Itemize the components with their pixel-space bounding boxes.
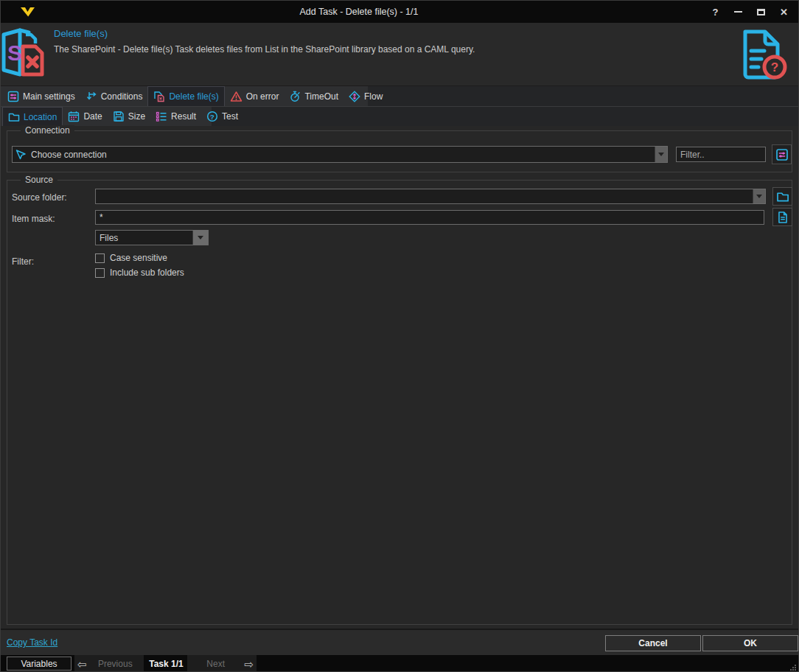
- titlebar-buttons: ? ✕: [704, 1, 795, 23]
- connection-combobox[interactable]: Choose connection: [12, 146, 668, 163]
- tab-content-panel: Connection Choose connection Source Sour…: [1, 127, 798, 629]
- svg-text:S: S: [7, 41, 22, 65]
- tab-conditions[interactable]: Conditions: [80, 86, 148, 106]
- next-label: Next: [187, 659, 244, 669]
- file-icon: [776, 211, 789, 224]
- cancel-button[interactable]: Cancel: [605, 635, 701, 651]
- tab-label: Size: [128, 111, 145, 122]
- folder-icon: [8, 111, 20, 123]
- dialog-footer: Copy Task Id Cancel OK: [1, 629, 798, 655]
- tab-label: Result: [171, 111, 196, 122]
- item-type-selected-value: Files: [96, 233, 192, 243]
- chevron-down-icon: [756, 195, 762, 201]
- error-triangle-icon: [230, 91, 243, 102]
- tab-location[interactable]: Location: [2, 107, 63, 126]
- connection-manage-button[interactable]: [772, 144, 792, 164]
- folder-icon: [776, 190, 789, 203]
- ok-button[interactable]: OK: [702, 635, 798, 651]
- arrow-right-icon: ⇨: [244, 659, 254, 670]
- help-button[interactable]: ?: [704, 1, 727, 23]
- chevron-down-icon: [658, 153, 664, 159]
- tab-label: Location: [24, 112, 57, 122]
- tab-test[interactable]: ? Test: [201, 107, 243, 126]
- minimize-button[interactable]: [727, 1, 750, 23]
- mask-file-button[interactable]: [772, 208, 792, 226]
- source-groupbox: Source Source folder: Item mask:: [7, 180, 792, 625]
- tab-label: TimeOut: [304, 91, 338, 102]
- window-title: Add Task - Delete file(s) - 1/1: [1, 1, 717, 23]
- tab-label: Date: [83, 111, 102, 122]
- connection-dropdown-button[interactable]: [655, 147, 667, 162]
- maximize-button[interactable]: [750, 1, 772, 23]
- task-help-doc-icon: ?: [739, 27, 788, 82]
- tab-size[interactable]: Size: [108, 107, 150, 126]
- primary-tabrow: Main settings Conditions Delete file(s): [1, 86, 798, 106]
- tab-timeout[interactable]: TimeOut: [284, 86, 343, 106]
- tab-label: Delete file(s): [169, 91, 218, 102]
- primary-tabstrip: Main settings Conditions Delete file(s): [1, 86, 368, 106]
- secondary-tabrow: Location Date Size: [1, 106, 798, 126]
- svg-text:?: ?: [771, 60, 778, 74]
- settings-sliders-icon: [7, 91, 19, 102]
- connection-selected-value: Choose connection: [27, 150, 655, 160]
- source-folder-combobox[interactable]: [95, 189, 766, 204]
- connection-group-label: Connection: [21, 125, 74, 136]
- tab-label: Main settings: [23, 91, 75, 102]
- statusbar: Variables ⇦ Previous Task 1/1 Next ⇨: [1, 655, 798, 672]
- source-group-label: Source: [21, 175, 57, 185]
- calendar-icon: [68, 111, 80, 122]
- previous-nav[interactable]: ⇦ Previous: [74, 655, 144, 672]
- previous-label: Previous: [87, 659, 144, 669]
- source-folder-dropdown-button[interactable]: [753, 189, 765, 203]
- list-icon: [156, 111, 167, 122]
- tab-on-error[interactable]: On error: [225, 86, 285, 106]
- tab-date[interactable]: Date: [63, 107, 107, 126]
- chevron-down-icon: [198, 236, 203, 242]
- tab-main-settings[interactable]: Main settings: [2, 86, 80, 106]
- connection-pointer-icon: [15, 148, 27, 161]
- flow-diamond-icon: [349, 91, 360, 102]
- add-task-dialog: Add Task - Delete file(s) - 1/1 ? ✕ S De…: [0, 0, 799, 672]
- variables-button[interactable]: Variables: [7, 657, 71, 671]
- item-type-dropdown-button[interactable]: [192, 231, 208, 245]
- item-mask-input[interactable]: [95, 210, 764, 225]
- connection-settings-icon: [775, 148, 789, 161]
- tab-label: Flow: [364, 91, 383, 102]
- tab-label: On error: [246, 91, 279, 102]
- minimize-icon: [734, 11, 742, 13]
- maximize-icon: [757, 9, 765, 15]
- item-type-combobox[interactable]: Files: [95, 230, 209, 245]
- sharepoint-delete-task-icon: S: [1, 27, 51, 83]
- tab-label: Conditions: [101, 91, 143, 102]
- tab-flow[interactable]: Flow: [343, 86, 388, 106]
- floppy-icon: [113, 111, 125, 122]
- tab-result[interactable]: Result: [150, 107, 201, 126]
- titlebar: Add Task - Delete file(s) - 1/1 ? ✕: [1, 1, 798, 23]
- next-nav[interactable]: Next ⇨: [187, 655, 257, 672]
- question-circle-icon: ?: [206, 111, 218, 122]
- close-button[interactable]: ✕: [772, 1, 795, 23]
- item-mask-label: Item mask:: [12, 214, 55, 224]
- include-subfolders-checkbox[interactable]: [95, 268, 105, 278]
- tab-delete-files[interactable]: Delete file(s): [147, 86, 224, 106]
- include-subfolders-row: Include sub folders: [95, 267, 184, 279]
- stopwatch-icon: [289, 91, 301, 102]
- svg-text:?: ?: [210, 113, 214, 121]
- tab-label: Test: [222, 111, 238, 122]
- browse-folder-button[interactable]: [772, 187, 792, 206]
- case-sensitive-label: Case sensitive: [110, 253, 167, 263]
- case-sensitive-checkbox[interactable]: [95, 253, 105, 263]
- branch-arrow-icon: [86, 91, 97, 102]
- secondary-tabstrip: Location Date Size: [1, 107, 212, 126]
- source-folder-label: Source folder:: [12, 192, 67, 203]
- filter-label: Filter:: [12, 256, 34, 267]
- connection-filter-input[interactable]: [676, 147, 766, 162]
- task-counter: Task 1/1: [145, 655, 187, 672]
- task-header: S Delete file(s) The SharePoint - Delete…: [1, 23, 798, 86]
- copy-task-id-link[interactable]: Copy Task Id: [7, 637, 57, 648]
- task-description: The SharePoint - Delete file(s) Task del…: [54, 44, 475, 55]
- resize-grip[interactable]: [789, 664, 797, 671]
- task-title: Delete file(s): [54, 28, 108, 39]
- case-sensitive-row: Case sensitive: [95, 252, 167, 264]
- connection-groupbox: Connection Choose connection: [7, 130, 792, 172]
